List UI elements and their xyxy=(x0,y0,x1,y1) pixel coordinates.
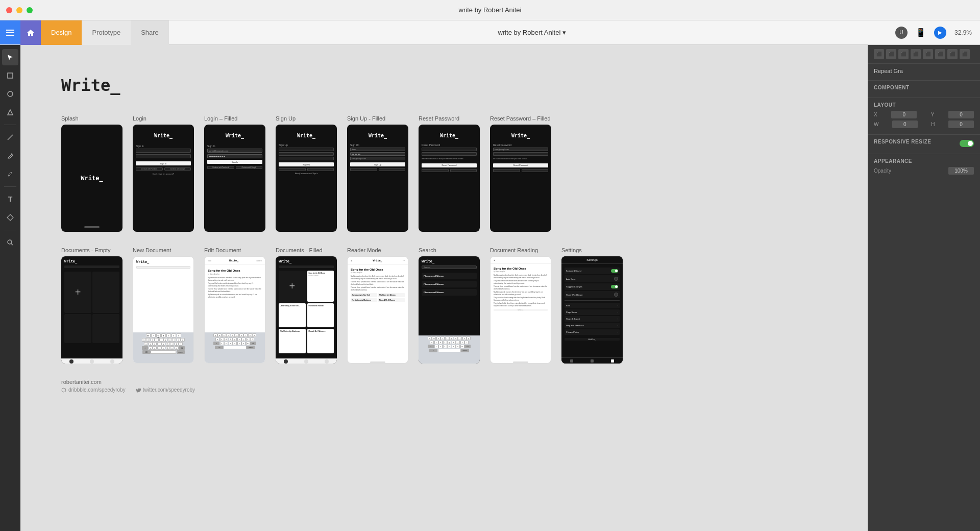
screen-frame-reader-mode[interactable]: ◀ Write_ ⋯ Song for the Old Ones by Maya… xyxy=(347,256,408,364)
bottom-tab-3[interactable] xyxy=(110,359,114,364)
svg-line-7 xyxy=(11,244,13,245)
distribute-h-btn[interactable]: ⬛ xyxy=(947,49,958,59)
screen-label-signup-filled: Sign Up - Filled xyxy=(347,115,408,122)
canvas-area[interactable]: Write_ Splash Write_ Login xyxy=(20,45,868,531)
settings-tab-3-active[interactable] xyxy=(611,359,614,363)
screen-label-reset-password: Reset Password xyxy=(419,115,480,122)
screen-label-search: Search xyxy=(419,247,480,253)
window-controls xyxy=(6,7,33,13)
user-avatar[interactable]: U xyxy=(895,27,908,39)
tool-divider-2 xyxy=(4,186,16,187)
screen-frame-document-reading[interactable]: ◀ Song for the Old Ones by Maya Angelou … xyxy=(490,256,551,364)
x-input[interactable] xyxy=(891,111,917,118)
screen-frame-splash[interactable]: Write_ xyxy=(61,125,122,232)
h-label: H xyxy=(931,122,935,127)
zoom-level[interactable]: 32.9% xyxy=(954,29,972,36)
footer-area: robertanitei.com dribbble.com/speedyroby… xyxy=(61,379,827,393)
tab-design[interactable]: Design xyxy=(41,20,82,45)
screen-frame-signup[interactable]: Write_ Sign Up Sign Up xyxy=(276,125,337,232)
align-center-h-btn[interactable]: ⬛ xyxy=(886,49,896,59)
w-input[interactable] xyxy=(892,120,918,128)
screen-frame-documents-filled[interactable]: Write_ + Song for the Old Ones by Maya A… xyxy=(276,256,337,364)
screen-frame-reset-password-filled[interactable]: Write_ Reset Password email@example.com … xyxy=(490,125,551,232)
opacity-input[interactable] xyxy=(948,167,974,175)
tab-prototype[interactable]: Prototype xyxy=(82,20,131,45)
ellipse-icon xyxy=(7,90,14,98)
align-top-btn[interactable]: ⬛ xyxy=(911,49,921,59)
rectangle-tool[interactable] xyxy=(2,67,18,84)
footer-dribbble[interactable]: dribbble.com/speedyroby xyxy=(61,387,126,393)
footer-twitter[interactable]: twitter.com/speedyroby xyxy=(136,387,195,393)
responsive-toggle[interactable] xyxy=(960,140,974,147)
window-title: write by Robert Anitei xyxy=(459,6,522,14)
screen-signup: Sign Up Write_ Sign Up Sign Up xyxy=(276,115,337,232)
component-tool[interactable] xyxy=(2,209,18,226)
screen-frame-login[interactable]: Write_ Sign In Sign In Continue with Fac… xyxy=(133,125,194,232)
bottom-tab-2[interactable] xyxy=(90,359,94,364)
screen-signup-filled: Sign Up - Filled Write_ Sign Up Name ema… xyxy=(347,115,408,232)
zoom-tool[interactable] xyxy=(2,234,18,251)
select-icon xyxy=(7,54,14,61)
screen-frame-edit-document[interactable]: Edit Write_ Share Song for the Old Ones … xyxy=(204,256,265,364)
nav-menu-icon[interactable] xyxy=(0,20,20,44)
home-icon xyxy=(27,29,35,37)
svg-rect-0 xyxy=(6,30,14,31)
settings-tab-1[interactable] xyxy=(570,359,573,363)
repeat-gra-row: Repeat Gra xyxy=(874,68,974,74)
screen-label-document-reading: Document Reading xyxy=(490,247,551,253)
minimize-button[interactable] xyxy=(16,7,22,13)
home-button[interactable] xyxy=(20,20,41,45)
opacity-label: Opacity xyxy=(874,168,891,174)
pencil-tool[interactable] xyxy=(2,166,18,182)
settings-tab-2[interactable] xyxy=(591,359,594,363)
bottom-tab-1[interactable] xyxy=(69,359,74,364)
h-input[interactable] xyxy=(948,120,974,128)
y-label: Y xyxy=(931,112,935,117)
triangle-tool[interactable] xyxy=(2,104,18,120)
nav-right: U 📱 ▶ 32.9% xyxy=(895,27,980,39)
pen-tool[interactable] xyxy=(2,148,18,164)
maximize-button[interactable] xyxy=(27,7,33,13)
svg-line-5 xyxy=(8,135,13,140)
titlebar: write by Robert Anitei xyxy=(0,0,980,20)
twitter-icon xyxy=(136,388,141,393)
pen-icon xyxy=(7,152,14,159)
text-tool[interactable]: T xyxy=(2,191,18,207)
screen-reset-password: Reset Password Write_ Reset Password We'… xyxy=(419,115,480,232)
filled-bottom-tab-2[interactable] xyxy=(304,359,308,364)
ellipse-tool[interactable] xyxy=(2,86,18,102)
screen-splash: Splash Write_ xyxy=(61,115,122,232)
select-tool[interactable] xyxy=(2,49,18,65)
project-title[interactable]: write by Robert Anitei ▾ xyxy=(498,29,566,36)
screen-frame-signup-filled[interactable]: Write_ Sign Up Name email@example.com Si… xyxy=(347,125,408,232)
screen-edit-document: Edit Document Edit Write_ Share Song for… xyxy=(204,247,265,364)
screen-frame-documents-empty[interactable]: Write_ + xyxy=(61,256,122,364)
align-bottom-btn[interactable]: ⬛ xyxy=(935,49,945,59)
screen-frame-new-document[interactable]: Write_ B I U xyxy=(133,256,194,364)
w-label: W xyxy=(874,122,878,127)
w-h-row: W H xyxy=(874,120,974,128)
play-button[interactable]: ▶ xyxy=(934,27,946,39)
splash-logo: Write_ xyxy=(81,175,103,182)
filled-bottom-tab-1[interactable] xyxy=(284,359,288,364)
line-tool[interactable] xyxy=(2,129,18,146)
screen-frame-search[interactable]: Write_ Featured Phenomenal Woman Phenome… xyxy=(419,256,480,364)
screen-documents-filled: Documents - Filled Write_ + Song for the… xyxy=(276,247,337,364)
align-left-btn[interactable]: ⬛ xyxy=(874,49,884,59)
screen-frame-settings[interactable]: Settings Keyboard Sound Auto Save xyxy=(561,256,623,364)
svg-rect-3 xyxy=(8,73,13,78)
distribute-v-btn[interactable]: ⬛ xyxy=(960,49,970,59)
screen-frame-login-filled[interactable]: Write_ Sign In email@example.com xyxy=(204,125,265,232)
tab-share[interactable]: Share xyxy=(131,20,169,45)
zoom-icon xyxy=(7,239,14,246)
line-icon xyxy=(7,134,14,141)
screen-documents-empty: Documents - Empty Write_ + xyxy=(61,247,122,364)
align-right-btn[interactable]: ⬛ xyxy=(898,49,909,59)
screen-label-edit-document: Edit Document xyxy=(204,247,265,253)
filled-bottom-tab-3[interactable] xyxy=(325,359,329,364)
y-input[interactable] xyxy=(948,111,974,118)
close-button[interactable] xyxy=(6,7,12,13)
mobile-preview-icon[interactable]: 📱 xyxy=(916,28,926,37)
screen-frame-reset-password[interactable]: Write_ Reset Password We'll send instruc… xyxy=(419,125,480,232)
align-center-v-btn[interactable]: ⬛ xyxy=(923,49,933,59)
